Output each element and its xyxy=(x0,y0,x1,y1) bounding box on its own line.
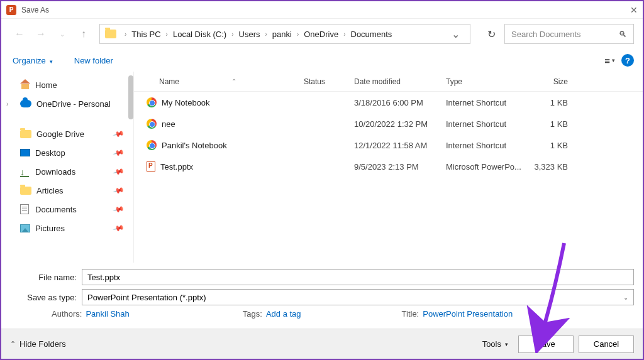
breadcrumb-item[interactable]: OneDrive xyxy=(302,30,340,39)
nav-row: ← → ⌄ ↑ › This PC › Local Disk (C:) › Us… xyxy=(1,19,643,49)
file-row[interactable]: My Notebook3/18/2016 6:00 PMInternet Sho… xyxy=(134,92,643,113)
folder-icon xyxy=(105,30,116,38)
file-type: Microsoft PowerPo... xyxy=(446,162,526,172)
col-header-type[interactable]: Type xyxy=(446,77,526,86)
file-type: Internet Shortcut xyxy=(446,141,526,150)
pictures-icon xyxy=(20,224,30,232)
tree-documents[interactable]: Documents📌 xyxy=(1,200,133,219)
home-icon xyxy=(20,80,30,89)
search-box[interactable]: 🔍︎ xyxy=(504,24,634,44)
address-dropdown[interactable]: ⌄ xyxy=(447,28,465,40)
new-folder-button[interactable]: New folder xyxy=(72,53,116,68)
up-button[interactable]: ↑ xyxy=(74,25,93,43)
col-header-status[interactable]: Status xyxy=(304,77,354,86)
file-size: 1 KB xyxy=(526,98,577,107)
col-header-size[interactable]: Size xyxy=(526,77,577,86)
address-bar[interactable]: › This PC › Local Disk (C:) › Users › pa… xyxy=(99,24,470,44)
tree-desktop[interactable]: Desktop📌 xyxy=(1,143,133,162)
titlebar: P Save As ✕ xyxy=(1,1,643,19)
close-button[interactable]: ✕ xyxy=(630,5,638,15)
col-header-date[interactable]: Date modified xyxy=(354,77,446,86)
desktop-icon xyxy=(20,149,30,156)
saveastype-value: PowerPoint Presentation (*.pptx) xyxy=(87,293,206,302)
form-area: File name: Save as type: PowerPoint Pres… xyxy=(1,263,643,322)
folder-icon xyxy=(20,130,31,138)
pin-icon: 📌 xyxy=(113,203,125,215)
powerpoint-file-icon xyxy=(147,161,155,172)
organize-button[interactable]: Organize xyxy=(10,53,55,68)
body-area: Home ›OneDrive - Personal Google Drive📌 … xyxy=(1,72,643,263)
file-row[interactable]: Test.pptx9/5/2023 2:13 PMMicrosoft Power… xyxy=(134,156,643,177)
chevron-right-icon[interactable]: › xyxy=(294,31,302,38)
downloads-icon xyxy=(20,167,29,176)
tree-onedrive[interactable]: ›OneDrive - Personal xyxy=(1,94,133,113)
file-date: 10/20/2022 1:32 PM xyxy=(354,119,446,129)
forward-button[interactable]: → xyxy=(31,25,50,43)
file-name: nee xyxy=(162,119,175,129)
saveastype-label: Save as type: xyxy=(10,293,82,302)
file-type: Internet Shortcut xyxy=(446,119,526,129)
tree-articles[interactable]: Articles📌 xyxy=(1,181,133,200)
chevron-right-icon[interactable]: › xyxy=(262,31,270,38)
tags-label: Tags: xyxy=(243,309,262,319)
search-icon[interactable]: 🔍︎ xyxy=(619,30,627,39)
file-date: 3/18/2016 6:00 PM xyxy=(354,98,446,107)
save-button[interactable]: Save xyxy=(518,335,574,353)
tree-downloads[interactable]: Downloads📌 xyxy=(1,162,133,181)
view-options-button[interactable]: ≡ ▾ xyxy=(604,55,615,66)
chevron-right-icon[interactable]: › xyxy=(121,31,130,38)
navigation-tree[interactable]: Home ›OneDrive - Personal Google Drive📌 … xyxy=(1,72,133,263)
refresh-button[interactable]: ↻ xyxy=(480,24,502,44)
breadcrumb-item[interactable]: Local Disk (C:) xyxy=(171,30,228,39)
chrome-shortcut-icon xyxy=(147,140,157,150)
chevron-right-icon[interactable]: › xyxy=(163,31,171,38)
tags-value[interactable]: Add a tag xyxy=(266,309,301,319)
breadcrumb-item[interactable]: Documents xyxy=(349,30,394,39)
help-button[interactable]: ? xyxy=(621,54,634,67)
breadcrumb-item[interactable]: This PC xyxy=(130,30,162,39)
file-date: 9/5/2023 2:13 PM xyxy=(354,162,446,172)
file-row[interactable]: nee10/20/2022 1:32 PMInternet Shortcut1 … xyxy=(134,113,643,134)
filename-label: File name: xyxy=(10,273,82,282)
chrome-shortcut-icon xyxy=(147,97,157,107)
authors-value[interactable]: Pankil Shah xyxy=(86,309,129,319)
cancel-button[interactable]: Cancel xyxy=(579,335,634,353)
filename-input[interactable] xyxy=(82,269,634,285)
sort-indicator-icon: ⌃ xyxy=(231,78,236,85)
pin-icon: 📌 xyxy=(113,222,125,234)
chevron-right-icon[interactable]: › xyxy=(340,31,348,38)
chevron-down-icon: ⌄ xyxy=(623,294,628,301)
file-date: 12/1/2022 11:58 AM xyxy=(354,141,446,150)
tree-pictures[interactable]: Pictures📌 xyxy=(1,219,133,237)
file-name: Pankil's Notebook xyxy=(162,141,227,150)
file-size: 3,323 KB xyxy=(526,162,577,172)
pin-icon: 📌 xyxy=(113,146,125,159)
toolbar: Organize New folder ≡ ▾ ? xyxy=(1,49,643,72)
breadcrumb-item[interactable]: panki xyxy=(270,30,294,39)
file-size: 1 KB xyxy=(526,119,577,129)
hide-folders-button[interactable]: ⌃ Hide Folders xyxy=(10,339,66,349)
file-name: Test.pptx xyxy=(160,162,193,172)
title-value[interactable]: PowerPoint Presentation xyxy=(423,309,513,319)
chevron-right-icon[interactable]: › xyxy=(228,31,236,38)
back-button[interactable]: ← xyxy=(10,25,29,43)
tree-home[interactable]: Home xyxy=(1,75,133,94)
file-row[interactable]: Pankil's Notebook12/1/2022 11:58 AMInter… xyxy=(134,134,643,156)
chevron-right-icon[interactable]: › xyxy=(6,101,8,107)
file-name: My Notebook xyxy=(162,98,210,107)
onedrive-icon xyxy=(20,100,31,107)
file-list: Name⌃ Status Date modified Type Size My … xyxy=(133,72,643,263)
file-size: 1 KB xyxy=(526,141,577,150)
col-header-name[interactable]: Name⌃ xyxy=(134,77,304,86)
saveastype-select[interactable]: PowerPoint Presentation (*.pptx) ⌄ xyxy=(82,289,634,305)
pin-icon: 📌 xyxy=(113,165,125,178)
tools-button[interactable]: Tools▾ xyxy=(477,337,513,351)
tree-google-drive[interactable]: Google Drive📌 xyxy=(1,124,133,143)
powerpoint-icon: P xyxy=(6,5,16,15)
chevron-up-icon: ⌃ xyxy=(10,340,16,348)
recent-dropdown[interactable]: ⌄ xyxy=(53,25,72,43)
folder-icon xyxy=(20,187,31,195)
pin-icon: 📌 xyxy=(113,184,125,197)
search-input[interactable] xyxy=(511,30,619,39)
breadcrumb-item[interactable]: Users xyxy=(237,30,262,39)
